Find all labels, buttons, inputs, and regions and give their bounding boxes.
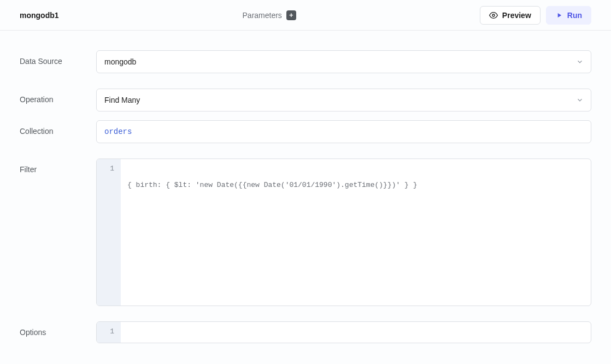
- filter-line-number: 1: [97, 163, 121, 174]
- options-line-number: 1: [97, 326, 121, 337]
- data-source-label: Data Source: [20, 50, 96, 66]
- query-title[interactable]: mongodb1: [20, 11, 59, 20]
- editor-header: mongodb1 Parameters + Preview Run: [0, 0, 611, 31]
- add-parameter-icon[interactable]: +: [286, 10, 296, 20]
- run-button-label: Run: [567, 11, 582, 20]
- collection-input[interactable]: [96, 120, 591, 143]
- options-code[interactable]: { projection: { _id: 0, 'name.first': 0,…: [121, 322, 591, 343]
- run-button[interactable]: Run: [546, 6, 591, 25]
- data-source-value: mongodb: [104, 57, 136, 66]
- filter-editor[interactable]: 1 { birth: { $lt: 'new Date({{new Date('…: [96, 158, 591, 306]
- filter-gutter: 1: [97, 159, 121, 306]
- operation-select[interactable]: Find Many: [96, 89, 591, 111]
- options-editor[interactable]: 1 { projection: { _id: 0, 'name.first': …: [96, 321, 591, 343]
- preview-button[interactable]: Preview: [480, 6, 540, 25]
- svg-point-0: [492, 14, 495, 16]
- collection-label: Collection: [20, 120, 96, 136]
- filter-label: Filter: [20, 158, 96, 174]
- parameters-label: Parameters: [243, 11, 282, 20]
- operation-value: Find Many: [104, 96, 140, 104]
- parameters-section[interactable]: Parameters +: [243, 10, 296, 20]
- options-gutter: 1: [97, 322, 121, 343]
- query-form: Data Source mongodb Operation Find Many: [0, 31, 611, 343]
- data-source-select[interactable]: mongodb: [96, 50, 591, 73]
- preview-button-label: Preview: [502, 11, 531, 20]
- options-label: Options: [20, 321, 96, 337]
- filter-code-line: { birth: { $lt: 'new Date({{new Date('01…: [127, 180, 584, 190]
- eye-icon: [489, 11, 498, 20]
- operation-label: Operation: [20, 89, 96, 104]
- play-icon: [555, 11, 563, 19]
- filter-code[interactable]: { birth: { $lt: 'new Date({{new Date('01…: [121, 159, 591, 306]
